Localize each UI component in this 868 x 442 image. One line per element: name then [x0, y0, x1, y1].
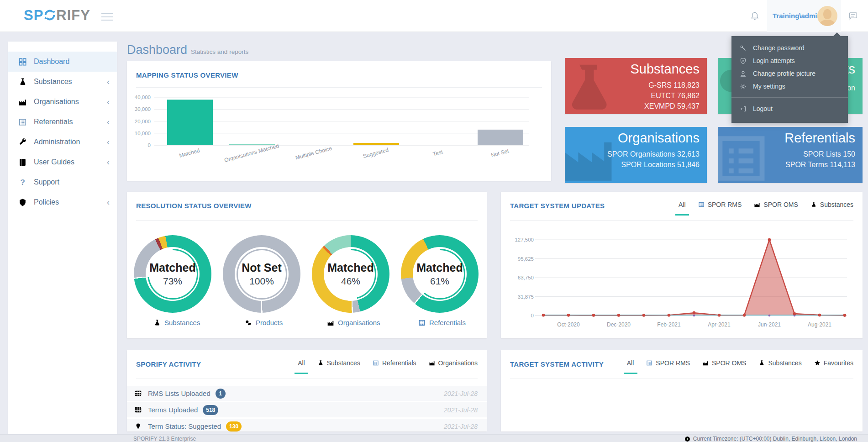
substances-info-card[interactable]: Substances G-SRS 118,823EUTCT 76,862XEVM… — [565, 58, 707, 114]
table-icon — [134, 389, 142, 397]
sidebar-item-support[interactable]: Support — [8, 172, 117, 192]
tab-favourites[interactable]: Favourites — [814, 359, 853, 374]
tab-all[interactable]: All — [298, 359, 305, 374]
info-icon — [684, 436, 690, 442]
sporify-activity-title: SPORIFY ACTIVITY — [136, 360, 201, 368]
sidebar: Dashboard Substances ‹ Organisations ‹ R… — [8, 42, 117, 434]
user-dropdown-menu: Change password Login attempts Change pr… — [731, 36, 848, 123]
tab-spor-rms[interactable]: SPOR RMS — [646, 359, 690, 374]
target-system-updates-area-chart: 031,87563,75095,625127,500Oct-2020Dec-20… — [501, 192, 863, 338]
activity-row-rms-lists-uploaded[interactable]: RMS Lists Uploaded 1 2021-Jul-28 — [127, 386, 487, 401]
svg-text:Oct-2020: Oct-2020 — [557, 321, 580, 328]
question-icon — [18, 178, 27, 187]
activity-row-term-status-suggested[interactable]: Term Status: Suggested 130 2021-Jul-28 — [127, 419, 487, 431]
tab-substances[interactable]: Substances — [317, 359, 360, 374]
menu-item-my-settings[interactable]: My settings — [731, 80, 848, 93]
activity-date: 2021-Jul-28 — [444, 390, 478, 397]
svg-text:Jun-2021: Jun-2021 — [758, 321, 781, 328]
sidebar-item-administration[interactable]: Administration ‹ — [8, 132, 117, 152]
logout-icon — [740, 105, 747, 112]
factory-icon — [702, 360, 709, 366]
flask-icon — [18, 78, 27, 86]
tab-referentials[interactable]: Referentials — [373, 359, 416, 374]
chevron-left-icon: ‹ — [107, 118, 110, 126]
flask-icon — [153, 319, 161, 326]
products-donut-chart: Not Set 100% — [223, 235, 300, 313]
shield-icon — [18, 198, 27, 207]
sporify-activity-card: SPORIFY ACTIVITY All Substances Referent… — [127, 350, 487, 431]
svg-text:0: 0 — [531, 313, 534, 318]
count-badge: 1 — [216, 389, 226, 399]
tab-spor-oms[interactable]: SPOR OMS — [702, 359, 746, 374]
svg-text:20,000: 20,000 — [135, 119, 151, 124]
grid-icon — [18, 58, 27, 66]
substances-donut-chart: Matched 73% — [134, 235, 211, 313]
gear-icon — [740, 83, 747, 90]
tab-all[interactable]: All — [627, 359, 634, 374]
table-icon — [134, 406, 142, 414]
factory-icon — [327, 319, 334, 326]
list-icon — [418, 319, 426, 326]
tab-organisations[interactable]: Organisations — [429, 359, 478, 374]
notifications-bell-icon[interactable] — [750, 11, 759, 21]
donut-category-substances[interactable]: Substances — [153, 319, 200, 326]
menu-item-change-profile-picture[interactable]: Change profile picture — [731, 67, 848, 80]
resolution-status-title: RESOLUTION STATUS OVERVIEW — [136, 202, 252, 210]
menu-divider — [731, 97, 848, 98]
donut-category-organisations[interactable]: Organisations — [327, 319, 380, 326]
target-system-activity-card: TARGET SYSTEM ACTIVITY All SPOR RMS SPOR… — [501, 350, 863, 431]
mapping-status-card: MAPPING STATUS OVERVIEW 010,00020,00030,… — [127, 61, 551, 181]
sporify-activity-tabs: All Substances Referentials Organisation… — [298, 359, 478, 374]
divider — [510, 379, 853, 379]
sidebar-item-organisations[interactable]: Organisations ‹ — [8, 92, 117, 112]
divider — [136, 220, 478, 221]
svg-text:31,875: 31,875 — [518, 294, 534, 300]
svg-text:Suggested: Suggested — [362, 147, 389, 159]
timezone-label: Current Timezone: (UTC+00:00) Dublin, Ed… — [693, 436, 857, 442]
divider — [136, 379, 478, 379]
organisations-info-card[interactable]: Organisations SPOR Organisations 32,613S… — [565, 127, 707, 183]
svg-text:Matched: Matched — [179, 147, 200, 158]
menu-item-login-attempts[interactable]: Login attempts — [731, 54, 848, 67]
menu-item-logout[interactable]: Logout — [731, 102, 848, 115]
person-icon — [740, 70, 747, 77]
donut-category-products[interactable]: Products — [245, 319, 283, 326]
factory-icon — [429, 360, 435, 366]
bulb-icon — [134, 422, 142, 430]
svg-text:Organisations Matched: Organisations Matched — [224, 142, 280, 163]
sidebar-item-substances[interactable]: Substances ‹ — [8, 72, 117, 92]
list-icon — [18, 118, 27, 126]
menu-item-change-password[interactable]: Change password — [731, 42, 848, 54]
svg-text:Multiple Choice: Multiple Choice — [295, 145, 333, 161]
svg-text:0: 0 — [148, 142, 151, 148]
chevron-left-icon: ‹ — [107, 158, 110, 166]
menu-toggle-button[interactable] — [101, 11, 113, 23]
target-system-activity-title: TARGET SYSTEM ACTIVITY — [510, 360, 604, 368]
svg-text:Test: Test — [432, 148, 444, 157]
username: Training\admin — [773, 12, 821, 20]
wrench-icon — [18, 138, 27, 147]
footer: SPORIFY 21.3 Enterprise Current Timezone… — [0, 434, 868, 442]
sync-arrows-icon — [43, 7, 56, 24]
svg-text:Aug-2021: Aug-2021 — [808, 321, 831, 328]
count-badge: 130 — [226, 421, 242, 431]
activity-row-terms-uploaded[interactable]: Terms Uploaded 518 2021-Jul-28 — [127, 402, 487, 417]
svg-text:127,500: 127,500 — [515, 237, 534, 242]
dropdown-caret — [833, 32, 841, 37]
sidebar-item-dashboard[interactable]: Dashboard — [8, 52, 117, 72]
svg-text:95,625: 95,625 — [518, 256, 534, 262]
svg-text:Not Set: Not Set — [490, 147, 510, 158]
referentials-info-card[interactable]: Referentials SPOR Lists 150SPOR Terms 11… — [718, 127, 863, 183]
mapping-status-bar-chart: 010,00020,00030,00040,000MatchedOrganisa… — [127, 61, 551, 181]
sidebar-item-policies[interactable]: Policies ‹ — [8, 192, 117, 212]
tab-substances[interactable]: Substances — [758, 359, 801, 374]
user-menu-trigger[interactable]: Training\admin — [767, 0, 841, 32]
pills-icon — [245, 319, 252, 326]
sidebar-item-referentials[interactable]: Referentials ‹ — [8, 112, 117, 132]
donut-category-referentials[interactable]: Referentials — [418, 319, 466, 326]
activity-date: 2021-Jul-28 — [444, 423, 478, 430]
flask-icon — [317, 360, 324, 366]
sporify-logo[interactable]: SPRIFY — [24, 7, 90, 24]
sidebar-item-user-guides[interactable]: User Guides ‹ — [8, 152, 117, 172]
chat-icon[interactable] — [848, 11, 858, 22]
